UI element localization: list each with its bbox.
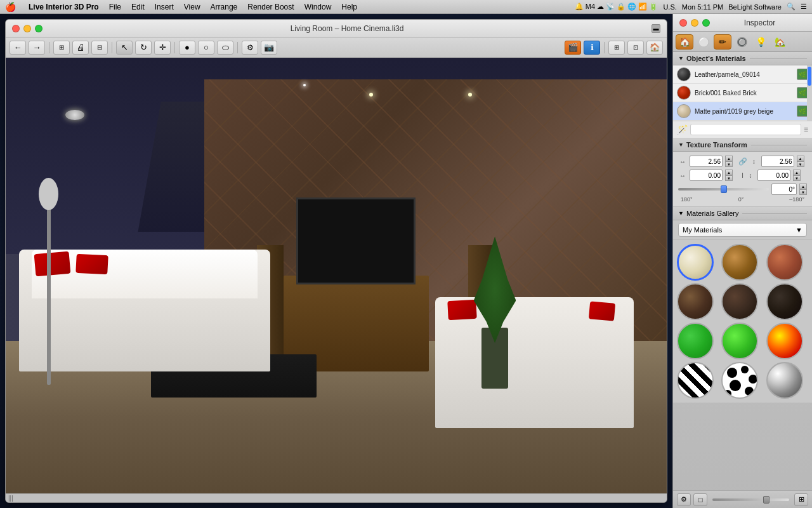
offset-x-down[interactable]: ▼: [725, 175, 733, 181]
circle-tool[interactable]: ○: [198, 41, 214, 55]
2d-view-button[interactable]: ⊞: [53, 41, 70, 55]
offset-x-input[interactable]: [690, 170, 723, 181]
scale-y-down[interactable]: ▼: [797, 161, 804, 167]
offset-y-input[interactable]: [757, 170, 790, 181]
inspector-tab-texture[interactable]: 🔘: [733, 34, 750, 50]
angle-input[interactable]: [771, 184, 797, 195]
material-item-1[interactable]: Leather/pamela_09014 🌿: [673, 65, 812, 84]
gallery-sphere-wood[interactable]: [721, 244, 758, 281]
inspector-close[interactable]: [679, 19, 687, 27]
2d-layout-button[interactable]: ⊞: [608, 41, 625, 55]
menubar-icons: 🔔 M4 ☁ 📡 🔒 🌐 📶 🔋: [575, 3, 658, 11]
share-button[interactable]: ⊟: [91, 41, 108, 55]
camera-tool[interactable]: 📷: [261, 41, 277, 55]
menu-view[interactable]: View: [184, 3, 200, 11]
gallery-sphere-chrome[interactable]: [766, 362, 803, 399]
cushion-4: [589, 302, 615, 321]
menu-help[interactable]: Help: [341, 3, 357, 11]
gallery-sphere-spots[interactable]: [721, 362, 758, 399]
apple-menu[interactable]: 🍎: [5, 2, 16, 12]
measure-tool[interactable]: ⚙: [242, 41, 258, 55]
menu-insert[interactable]: Insert: [155, 3, 174, 11]
select-tool[interactable]: ↖: [116, 41, 133, 55]
menu-file[interactable]: File: [109, 3, 121, 11]
back-button[interactable]: ←: [10, 41, 26, 55]
inspector-tab-home[interactable]: 🏠: [676, 34, 693, 50]
gallery-sphere-brown[interactable]: [721, 283, 758, 320]
viewport-scrollbar[interactable]: |||: [6, 493, 667, 502]
material-item-2[interactable]: Brick/001 Baked Brick 🌿: [673, 84, 812, 102]
offset-x-up[interactable]: ▲: [725, 170, 733, 175]
material-search-field[interactable]: [690, 124, 801, 135]
inspector-zoom-thumb[interactable]: [763, 496, 769, 504]
scale-x-input[interactable]: [690, 156, 723, 167]
home-view-button[interactable]: 🏠: [646, 41, 663, 55]
inspector-tab-structure[interactable]: 🏡: [771, 34, 789, 50]
offset-y-up[interactable]: ▲: [793, 170, 801, 175]
menu-window[interactable]: Window: [304, 3, 332, 11]
offset-y-down[interactable]: ▼: [793, 175, 801, 181]
app-name[interactable]: Live Interior 3D Pro: [29, 3, 99, 11]
angle-slider-track[interactable]: [678, 188, 769, 190]
gallery-sphere-fire[interactable]: [766, 323, 803, 359]
objects-materials-header[interactable]: ▼ Object's Materials: [673, 52, 812, 65]
info-button[interactable]: ℹ: [584, 41, 600, 55]
scale-x-down[interactable]: ▼: [725, 161, 733, 167]
gallery-sphere-green[interactable]: [677, 323, 714, 359]
sofa-right: [435, 297, 634, 428]
menu-arrange[interactable]: Arrange: [211, 3, 238, 11]
objects-materials-label: Object's Materials: [686, 55, 746, 62]
print-button[interactable]: 🖨: [72, 41, 89, 55]
materials-scroll-thumb[interactable]: [808, 67, 811, 86]
viewport-menu-icon[interactable]: ▬: [652, 24, 660, 33]
point-tool[interactable]: ●: [179, 41, 195, 55]
render-button[interactable]: 🎬: [565, 41, 581, 55]
gallery-sphere-brick[interactable]: [766, 244, 803, 281]
wand-row: 🪄 ≡: [673, 121, 812, 138]
angle-slider-thumb[interactable]: [721, 185, 727, 193]
menubar-search-icon[interactable]: 🔍: [787, 3, 796, 11]
maximize-button[interactable]: [35, 25, 43, 32]
scale-x-up[interactable]: ▲: [725, 156, 733, 161]
wand-menu-icon[interactable]: ≡: [804, 125, 808, 134]
gallery-sphere-very-dark[interactable]: [766, 283, 803, 320]
inspector-minimize[interactable]: [691, 19, 698, 27]
inspector-maximize[interactable]: [702, 19, 710, 27]
rotate-tool[interactable]: ↻: [135, 41, 152, 55]
menubar-menu-icon[interactable]: ☰: [801, 3, 807, 11]
menu-render-boost[interactable]: Render Boost: [247, 3, 294, 11]
gallery-sphere-zebra[interactable]: [677, 362, 714, 399]
tick-0: 0°: [738, 196, 744, 203]
inspector-layout-button[interactable]: □: [693, 493, 707, 506]
angle-down[interactable]: ▼: [799, 189, 807, 195]
gallery-dropdown[interactable]: My Materials ▼: [678, 223, 807, 237]
forward-button[interactable]: →: [29, 41, 45, 55]
angle-up[interactable]: ▲: [799, 184, 807, 189]
wand-icon[interactable]: 🪄: [677, 124, 688, 135]
scale-y-group: ▲ ▼: [761, 156, 808, 167]
scale-y-stepper: ▲ ▼: [797, 156, 804, 167]
scale-y-up[interactable]: ▲: [797, 156, 804, 161]
gallery-sphere-dark-wood[interactable]: [677, 283, 714, 320]
inspector-tab-material[interactable]: ⚪: [695, 34, 712, 50]
gallery-sphere-beige[interactable]: [677, 244, 714, 281]
angle-stepper: ▲ ▼: [799, 184, 807, 195]
materials-scrollbar[interactable]: [807, 65, 812, 121]
texture-transform-header[interactable]: ▼ Texture Transform: [673, 138, 812, 152]
viewport-toolbar: ← → ⊞ 🖨 ⊟ ↖ ↻ ✛ ● ○ ⬭ ⚙ 📷: [6, 37, 667, 58]
oval-tool[interactable]: ⬭: [217, 41, 233, 55]
scale-y-input[interactable]: [761, 156, 794, 167]
inspector-tab-edit[interactable]: ✏: [714, 34, 731, 50]
material-item-3[interactable]: Matte paint/1019 grey beige 🌿: [673, 102, 812, 121]
move-tool[interactable]: ✛: [154, 41, 171, 55]
inspector-settings-button[interactable]: ⚙: [677, 493, 691, 506]
inspector-zoom-slider[interactable]: [712, 498, 789, 501]
inspector-grid-button[interactable]: ⊞: [794, 493, 808, 506]
close-button[interactable]: [12, 25, 20, 32]
menu-edit[interactable]: Edit: [131, 3, 145, 11]
minimize-button[interactable]: [23, 25, 31, 32]
link-icon[interactable]: 🔗: [738, 157, 747, 166]
gallery-sphere-bright-green[interactable]: [721, 323, 758, 359]
3d-view-button[interactable]: ⊡: [627, 41, 644, 55]
inspector-tab-light[interactable]: 💡: [752, 34, 769, 50]
